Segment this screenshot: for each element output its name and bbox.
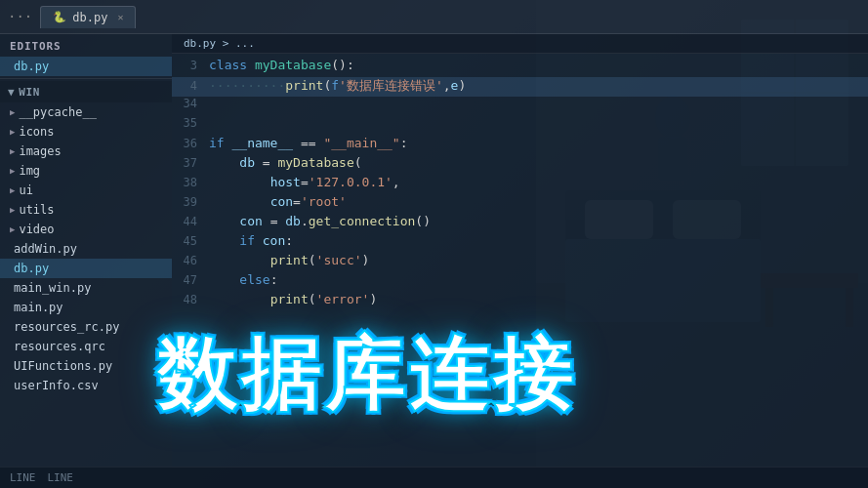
line-code: db = myDatabase( xyxy=(209,155,868,170)
tab-label: db.py xyxy=(72,11,107,24)
sidebar-folder-img[interactable]: ▶ img xyxy=(0,161,172,181)
tab-db-py[interactable]: 🐍 db.py ✕ xyxy=(40,6,136,28)
line-code: print('error') xyxy=(209,292,868,306)
folder-arrow: ▶ xyxy=(10,127,15,137)
line-number: 3 xyxy=(172,59,209,72)
editors-label: EDITORS xyxy=(0,34,172,57)
sidebar-divider-1 xyxy=(0,78,172,79)
folder-arrow: ▶ xyxy=(10,146,15,156)
line-code: host='127.0.0.1', xyxy=(209,175,868,189)
folder-arrow: ▶ xyxy=(10,107,15,117)
line-number: 46 xyxy=(172,254,209,267)
sidebar-win-arrow: ▼ xyxy=(8,86,15,99)
code-line-47: 47 else: xyxy=(172,272,868,292)
line-code: ··········print(f'数据库连接错误',e) xyxy=(209,77,868,95)
folder-arrow: ▶ xyxy=(10,224,15,234)
sidebar-item-db-py[interactable]: db.py xyxy=(0,57,172,76)
sidebar-folder-images[interactable]: ▶ images xyxy=(0,142,172,161)
status-bar: LINE LINE xyxy=(0,467,868,488)
sidebar-file-db[interactable]: db.py xyxy=(0,259,172,278)
sidebar-win-header: ▼ WIN xyxy=(0,81,172,102)
sidebar-file-main[interactable]: main.py xyxy=(0,298,172,317)
tab-close-button[interactable]: ✕ xyxy=(117,12,123,22)
folder-label: __pycache__ xyxy=(19,105,96,119)
sidebar-file-uifunctions[interactable]: UIFunctions.py xyxy=(0,356,172,376)
line-number: 47 xyxy=(172,273,209,287)
code-line-39: 39 con='root' xyxy=(172,194,868,214)
folder-label: ui xyxy=(19,183,32,197)
sidebar-folder-icons[interactable]: ▶ icons xyxy=(0,122,172,142)
ellipsis-button[interactable]: ··· xyxy=(8,9,32,24)
python-file-icon: 🐍 xyxy=(53,11,66,23)
folder-label: images xyxy=(19,144,61,158)
folder-label: icons xyxy=(19,125,54,139)
line-number: 35 xyxy=(172,116,209,130)
sidebar-folder-video[interactable]: ▶ video xyxy=(0,220,172,239)
sidebar-file-resources-rc[interactable]: resources_rc.py xyxy=(0,317,172,337)
folder-arrow: ▶ xyxy=(10,185,15,195)
breadcrumb: db.py > ... xyxy=(172,34,868,54)
folder-label: utils xyxy=(19,203,54,217)
code-line-35: 35 xyxy=(172,116,868,136)
line-code: print('succ') xyxy=(209,253,868,267)
line-number: 44 xyxy=(172,215,209,228)
code-line-36: 36 if __name__ == "__main__": xyxy=(172,136,868,155)
line-number: 37 xyxy=(172,156,209,170)
sidebar-folder-utils[interactable]: ▶ utils xyxy=(0,200,172,220)
sidebar-folder-ui[interactable]: ▶ ui xyxy=(0,181,172,200)
status-line-1: LINE xyxy=(10,471,36,484)
sidebar-file-userinfo[interactable]: userInfo.csv xyxy=(0,376,172,395)
sidebar-file-resources-qrc[interactable]: resources.qrc xyxy=(0,337,172,356)
code-line-34: 34 xyxy=(172,97,868,116)
line-number: 38 xyxy=(172,176,209,189)
sidebar-folder-pycache[interactable]: ▶ __pycache__ xyxy=(0,102,172,122)
breadcrumb-text: db.py > ... xyxy=(184,37,255,50)
line-code: else: xyxy=(209,272,868,287)
folder-arrow: ▶ xyxy=(10,205,15,215)
folder-label: img xyxy=(19,164,40,178)
line-number: 36 xyxy=(172,137,209,150)
line-number: 45 xyxy=(172,234,209,248)
code-line-46: 46 print('succ') xyxy=(172,253,868,272)
line-number: 48 xyxy=(172,293,209,306)
line-code: if __name__ == "__main__": xyxy=(209,136,868,150)
line-code: if con: xyxy=(209,233,868,248)
sidebar-win-label: WIN xyxy=(19,86,40,99)
overlay-title: 数据库连接 xyxy=(156,322,577,429)
code-content: 3 class myDatabase(): 4 ··········print(… xyxy=(172,54,868,315)
line-code: con = db.get_connection() xyxy=(209,214,868,228)
sidebar-file-main-win[interactable]: main_win.py xyxy=(0,278,172,298)
folder-label: video xyxy=(19,223,54,236)
line-code: con='root' xyxy=(209,194,868,209)
sidebar: EDITORS db.py ▼ WIN ▶ __pycache__ ▶ icon… xyxy=(0,34,172,488)
code-line-37: 37 db = myDatabase( xyxy=(172,155,868,175)
code-line-44: 44 con = db.get_connection() xyxy=(172,214,868,233)
code-line-4: 4 ··········print(f'数据库连接错误',e) xyxy=(172,77,868,97)
line-number: 4 xyxy=(172,79,209,93)
status-line-2: LINE xyxy=(48,471,74,484)
code-line-38: 38 host='127.0.0.1', xyxy=(172,175,868,194)
code-line-48: 48 print('error') xyxy=(172,292,868,311)
line-number: 39 xyxy=(172,195,209,209)
line-code: class myDatabase(): xyxy=(209,58,868,72)
tab-bar: ··· 🐍 db.py ✕ xyxy=(0,0,868,34)
code-line-3: 3 class myDatabase(): xyxy=(172,58,868,77)
folder-arrow: ▶ xyxy=(10,166,15,176)
line-number: 34 xyxy=(172,97,209,110)
code-line-45: 45 if con: xyxy=(172,233,868,253)
sidebar-file-addwin[interactable]: addWin.py xyxy=(0,239,172,259)
